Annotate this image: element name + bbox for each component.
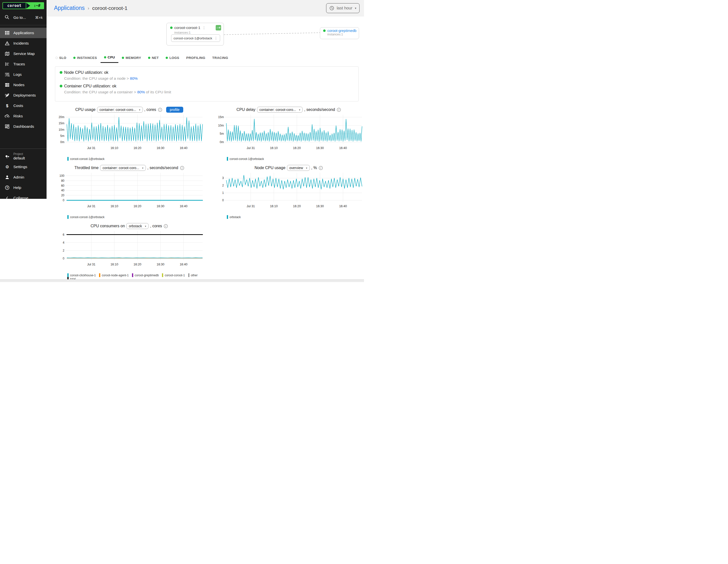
svg-text:16:10: 16:10 [110,146,118,150]
sidebar-item-default[interactable]: Projectdefault [0,151,47,162]
peer-card-link[interactable]: coroot-greptimedb [327,29,357,33]
dashboards-icon [4,124,10,129]
profile-button[interactable]: profile [166,107,183,113]
sidebar-item-admin[interactable]: Admin [0,172,47,182]
legend-item[interactable]: coroot-clickhouse-1 [67,273,96,277]
chart-title: Throttled time [74,166,99,170]
legend-item[interactable]: coroot-greptimedb [132,273,159,277]
chart-cpu-usage: CPU usagecontainer: coroot-coro...▾, cor… [55,106,204,161]
chart-unit-suffix: , seconds/second [304,107,335,112]
sidebar-item-help[interactable]: ?Help [0,182,47,193]
sidebar-item-costs[interactable]: $Costs [0,101,47,111]
svg-text:20m: 20m [59,115,64,119]
svg-text:2: 2 [222,184,224,187]
tab-profiling[interactable]: PROFILING [183,54,209,63]
chart-title-row: CPU delaycontainer: coroot-coro...▾, sec… [214,106,363,113]
sidebar-item-nodes[interactable]: Nodes [0,80,47,90]
chart-selector-dropdown[interactable]: container: coroot-coro...▾ [257,107,303,113]
legend-item[interactable]: coroot-node-agent-1 [99,273,129,277]
kebab-menu-icon[interactable]: ⋮ [214,36,218,40]
coroot-logo[interactable]: coroot :~# [2,2,44,9]
sidebar-item-service-map[interactable]: Service Map [0,49,47,59]
tab-tracing[interactable]: TRACING [209,54,232,63]
chart-unit-suffix: , cores [144,107,156,112]
breadcrumb-applications-link[interactable]: Applications [54,5,85,11]
legend-swatch [227,157,228,161]
chart-selector-dropdown[interactable]: orbstack▾ [126,223,149,229]
sidebar-item-collapse[interactable]: Collapse [0,193,47,203]
svg-text:16:30: 16:30 [156,263,164,266]
sidebar-item-logs[interactable]: Logs [0,69,47,80]
collapse-icon [4,195,10,201]
goto-search[interactable]: Go to... ⌘+k [0,13,47,23]
svg-text:16:40: 16:40 [180,205,187,208]
chevron-down-icon: ▾ [139,108,140,111]
info-icon[interactable]: i [319,166,323,170]
svg-text:Jul 31: Jul 31 [87,205,95,208]
tab-net[interactable]: NET [145,54,162,63]
check-condition: Condition: the CPU usage of a node > 80% [64,76,354,81]
legend-item[interactable]: other [188,273,198,277]
bottom-scrollbar-strip[interactable] [0,279,364,282]
sidebar-item-label: Applications [13,31,34,35]
legend-item[interactable]: coroot-coroot-1@orbstack [227,157,264,161]
svg-text:16:10: 16:10 [270,205,278,208]
info-icon[interactable]: i [337,108,341,112]
sidebar-item-settings[interactable]: ⚙Settings [0,162,47,172]
time-range-picker[interactable]: last hour ▾ [326,3,360,13]
chart-title-row: CPU consumers onorbstack▾, coresi [55,222,204,230]
chart-selector-dropdown[interactable]: container: coroot-coro...▾ [100,165,146,171]
sidebar-item-risks[interactable]: Risks [0,111,47,121]
app-card-coroot-coroot-1[interactable]: coroot-coroot-1 ⋮ :~# instances:1 coroot… [166,23,224,46]
legend-label: orbstack [230,215,241,219]
svg-text:16:30: 16:30 [156,205,164,208]
legend-label: other [191,274,198,277]
sidebar-item-incidents[interactable]: Incidents [0,38,47,49]
svg-text:Jul 31: Jul 31 [247,205,255,208]
legend-label: coroot-coroot-1@orbstack [70,215,104,219]
legend-swatch [67,157,69,161]
chart-cpu-delay: CPU delaycontainer: coroot-coro...▾, sec… [214,106,363,161]
sidebar: coroot :~# Go to... ⌘+k ApplicationsInci… [0,0,47,199]
svg-text:i: i [160,108,160,111]
sidebar-item-label: Projectdefault [13,153,25,160]
svg-text:16:40: 16:40 [180,146,187,150]
chart-selector-dropdown[interactable]: overview▾ [287,165,310,171]
app-card-coroot-greptimedb[interactable]: coroot-greptimedb instances:1 [320,27,359,39]
legend-swatch [67,215,69,219]
svg-text:5m: 5m [60,134,64,138]
tab-instances[interactable]: INSTANCES [70,54,101,63]
legend-item[interactable]: coroot-coroot-1@orbstack [67,215,104,219]
sidebar-item-dashboards[interactable]: Dashboards [0,121,47,132]
tab-slo[interactable]: SLO [52,54,70,63]
chart-title-row: Node CPU usageoverview▾, %i [214,164,363,172]
legend-item[interactable]: orbstack [227,215,241,219]
legend-item[interactable]: coroot-coroot-1 [162,273,185,277]
charts-grid: CPU usagecontainer: coroot-coro...▾, cor… [55,106,364,281]
sidebar-item-traces[interactable]: Traces [0,59,47,69]
tab-logs[interactable]: LOGS [162,54,183,63]
instance-box[interactable]: coroot-coroot-1@orbstack ⋮ [171,34,220,42]
tab-label: PROFILING [186,56,205,60]
legend-label: coroot-node-agent-1 [102,274,129,277]
threshold-link[interactable]: 80% [137,90,145,94]
legend-item[interactable]: coroot-coroot-1@orbstack [67,157,104,161]
sidebar-item-deployments[interactable]: Deployments [0,90,47,101]
tab-cpu[interactable]: CPU [101,54,119,63]
chart-selector-dropdown[interactable]: container: coroot-coro...▾ [97,107,143,113]
logo-text: coroot [7,3,22,8]
svg-text:i: i [182,167,182,169]
sidebar-item-applications[interactable]: Applications [0,28,47,38]
threshold-link[interactable]: 80% [130,76,138,80]
logs-icon [4,72,10,77]
info-icon[interactable]: i [158,108,162,112]
tab-label: NET [152,56,159,60]
svg-text:16:30: 16:30 [316,146,324,150]
info-icon[interactable]: i [164,224,168,228]
tab-memory[interactable]: MEMORY [118,54,145,63]
chart-title: Node CPU usage [255,166,286,170]
info-icon[interactable]: i [180,166,184,170]
status-dot [323,29,326,32]
svg-text:⚙: ⚙ [5,164,9,169]
kebab-menu-icon[interactable]: ⋮ [202,26,206,30]
